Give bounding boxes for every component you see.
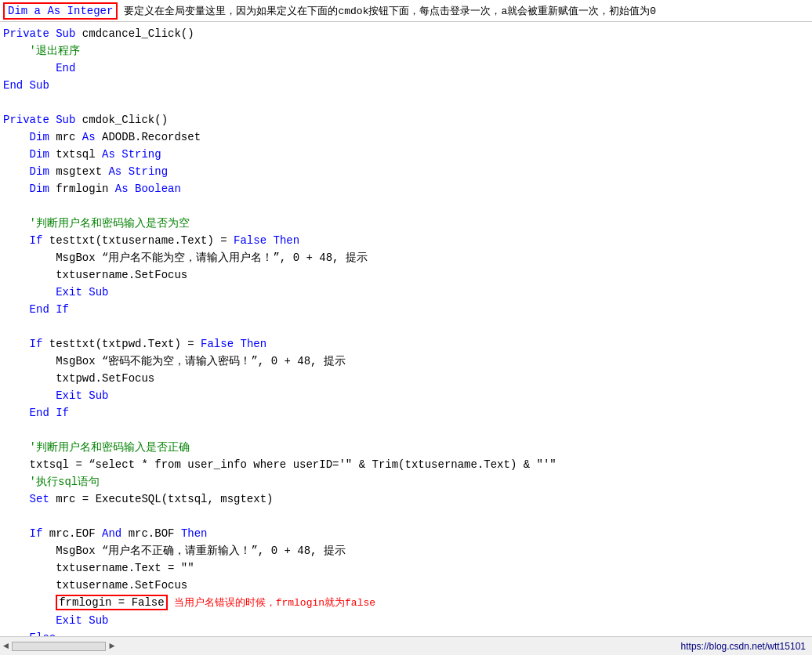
code-line: [0, 94, 812, 111]
code-line: Exit Sub: [0, 387, 812, 404]
line-content: Dim txtsql As String: [3, 146, 809, 163]
line-content: '执行sql语句: [3, 473, 809, 490]
line-content: [3, 197, 809, 215]
line-content: '退出程序: [3, 42, 809, 60]
annotation-bar: Dim a As Integer 要定义在全局变量这里，因为如果定义在下面的cm…: [0, 0, 812, 22]
scroll-right-icon[interactable]: ►: [109, 641, 114, 652]
code-line: End If: [0, 301, 812, 318]
line-content: End If: [3, 301, 809, 318]
line-content: Dim msgtext As String: [3, 163, 809, 180]
line-content: MsgBox “用户名不正确，请重新输入！”, 0 + 48, 提示: [3, 542, 809, 559]
code-line: If testtxt(txtpwd.Text) = False Then: [0, 335, 812, 353]
code-line: MsgBox “用户名不能为空，请输入用户名！”, 0 + 48, 提示: [0, 249, 812, 266]
line-content: txtusername.Text = "": [3, 559, 809, 577]
line-content: [3, 94, 809, 111]
line-content: End Sub: [3, 77, 809, 94]
code-comment: '判断用户名和密码输入是否为空: [3, 217, 190, 230]
line-content: txtsql = “select * from user_info where …: [3, 456, 809, 473]
code-line: Private Sub cmdok_Click(): [0, 111, 812, 128]
code-line: If mrc.EOF And mrc.BOF Then: [0, 525, 812, 542]
code-line: End Sub: [0, 77, 812, 94]
code-line: End: [0, 60, 812, 77]
line-content: Private Sub cmdcancel_Click(): [3, 25, 809, 42]
code-line: [0, 422, 812, 439]
code-line: frmlogin = False当用户名错误的时候，frmlogin就为fals…: [0, 594, 812, 612]
code-line: [0, 197, 812, 215]
line-content: End: [3, 60, 809, 77]
line-content: Dim frmlogin As Boolean: [3, 180, 809, 197]
code-comment: '执行sql语句: [3, 476, 100, 488]
code-line: Dim msgtext As String: [0, 163, 812, 180]
line-content: Set mrc = ExecuteSQL(txtsql, msgtext): [3, 490, 809, 508]
line-content: Exit Sub: [3, 284, 809, 301]
main-container: Dim a As Integer 要定义在全局变量这里，因为如果定义在下面的cm…: [0, 0, 812, 655]
dim-a-annotation-box: Dim a As Integer: [3, 2, 118, 20]
scroll-track[interactable]: [12, 642, 106, 651]
line-content: frmlogin = False当用户名错误的时候，frmlogin就为fals…: [3, 594, 809, 612]
code-comment: '判断用户名和密码输入是否正确: [3, 441, 190, 454]
code-line: Exit Sub: [0, 284, 812, 301]
code-line: txtsql = “select * from user_info where …: [0, 456, 812, 473]
line-content: MsgBox “密码不能为空，请输入密码！”, 0 + 48, 提示: [3, 353, 809, 370]
code-line: Dim frmlogin As Boolean: [0, 180, 812, 197]
code-line: Private Sub cmdcancel_Click(): [0, 25, 812, 42]
line-content: If testtxt(txtpwd.Text) = False Then: [3, 335, 809, 353]
annotation-description: 要定义在全局变量这里，因为如果定义在下面的cmdok按钮下面，每点击登录一次，a…: [124, 4, 656, 18]
bottom-url: https://blog.csdn.net/wtt15101: [681, 641, 806, 652]
line-content: Exit Sub: [3, 387, 809, 404]
line-content: Private Sub cmdok_Click(): [3, 111, 809, 128]
code-line: txtusername.SetFocus: [0, 577, 812, 594]
line-content: Dim mrc As ADODB.Recordset: [3, 128, 809, 146]
code-line: Exit Sub: [0, 612, 812, 629]
code-line: End If: [0, 404, 812, 422]
line-content: If mrc.EOF And mrc.BOF Then: [3, 525, 809, 542]
line-content: MsgBox “用户名不能为空，请输入用户名！”, 0 + 48, 提示: [3, 249, 809, 266]
code-line: '执行sql语句: [0, 473, 812, 490]
line-content: If testtxt(txtusername.Text) = False The…: [3, 232, 809, 249]
code-line: '判断用户名和密码输入是否正确: [0, 439, 812, 456]
code-line: Set mrc = ExecuteSQL(txtsql, msgtext): [0, 490, 812, 508]
bottom-left: ◄ ►: [3, 641, 114, 652]
code-area[interactable]: Private Sub cmdcancel_Click() '退出程序 EndE…: [0, 22, 812, 655]
code-line: txtpwd.SetFocus: [0, 370, 812, 387]
line-content: [3, 508, 809, 525]
bottom-bar: ◄ ► https://blog.csdn.net/wtt15101: [0, 636, 812, 655]
code-line: '判断用户名和密码输入是否为空: [0, 215, 812, 232]
code-line: txtusername.Text = "": [0, 559, 812, 577]
line-content: End If: [3, 404, 809, 422]
code-line: If testtxt(txtusername.Text) = False The…: [0, 232, 812, 249]
code-line: MsgBox “用户名不正确，请重新输入！”, 0 + 48, 提示: [0, 542, 812, 559]
code-comment: '退出程序: [3, 45, 80, 57]
line-content: '判断用户名和密码输入是否为空: [3, 215, 809, 232]
code-line: Dim txtsql As String: [0, 146, 812, 163]
line-content: [3, 318, 809, 335]
code-line: MsgBox “密码不能为空，请输入密码！”, 0 + 48, 提示: [0, 353, 812, 370]
line-content: [3, 422, 809, 439]
code-line: [0, 318, 812, 335]
line-content: txtpwd.SetFocus: [3, 370, 809, 387]
line-content: '判断用户名和密码输入是否正确: [3, 439, 809, 456]
line-content: Exit Sub: [3, 612, 809, 629]
scroll-left-icon[interactable]: ◄: [3, 641, 9, 652]
line-content: txtusername.SetFocus: [3, 577, 809, 594]
code-line: txtusername.SetFocus: [0, 266, 812, 284]
code-line: [0, 508, 812, 525]
line-content: txtusername.SetFocus: [3, 266, 809, 284]
code-line: Dim mrc As ADODB.Recordset: [0, 128, 812, 146]
highlighted-code: frmlogin = False: [56, 595, 167, 610]
inline-annotation: 当用户名错误的时候，frmlogin就为false: [174, 597, 375, 609]
code-line: '退出程序: [0, 42, 812, 60]
